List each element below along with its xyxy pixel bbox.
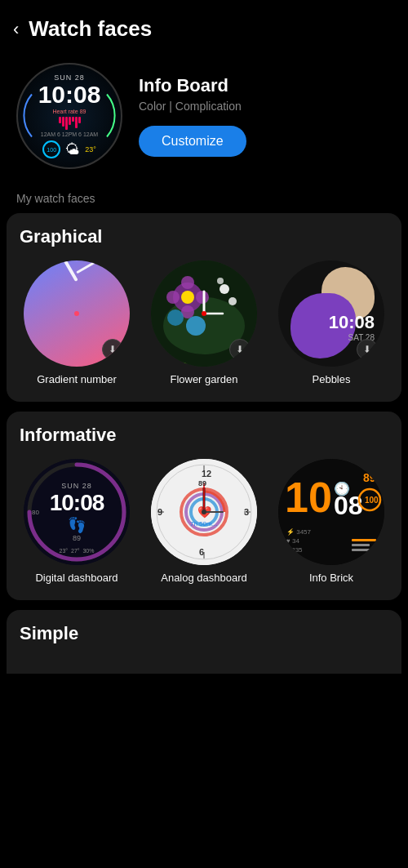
graphical-row: ⬇ Gradient number 🌸🌼🌿: [16, 260, 392, 385]
back-button[interactable]: ‹: [13, 20, 19, 38]
svg-text:12: 12: [202, 469, 211, 479]
svg-point-11: [217, 278, 224, 284]
svg-text:⚡ 3457: ⚡ 3457: [286, 527, 312, 536]
svg-point-7: [186, 316, 206, 336]
watch-item-digital[interactable]: SUN 28 10:08 👣 89 23° 27° 30% 80 Digital…: [16, 459, 137, 584]
svg-text:10: 10: [285, 474, 332, 521]
svg-point-8: [167, 309, 184, 326]
pebbles-thumb[interactable]: 10:08 SAT 28 ⬇: [278, 260, 384, 367]
gradient-download[interactable]: ⬇: [102, 339, 123, 360]
infobrick-label: Info Brick: [309, 572, 353, 584]
svg-text:89: 89: [198, 479, 206, 487]
flower-thumb[interactable]: 🌸🌼🌿: [151, 260, 257, 367]
watch-item-gradient[interactable]: ⬇ Gradient number: [16, 260, 137, 385]
digital-time: 10:08: [50, 490, 104, 516]
customize-button[interactable]: Customize: [139, 126, 246, 157]
watch-item-analog[interactable]: 12 3 6 9 ❤️: [144, 459, 264, 584]
gradient-label: Gradient number: [37, 373, 117, 385]
page-title: Watch faces: [29, 16, 152, 42]
watch-item-infobrick[interactable]: 10 🕙 08 89 100 ⚡ 3457 ♥ 34 ↑ 235: [271, 459, 392, 584]
svg-text:9: 9: [157, 507, 162, 517]
svg-rect-50: [352, 549, 373, 551]
svg-rect-48: [352, 539, 376, 541]
category-graphical: Graphical ⬇ Gradient number 🌸🌼🌿: [7, 213, 401, 402]
svg-point-12: [181, 291, 194, 304]
svg-point-5: [196, 291, 209, 304]
featured-meta: Color | Complication: [139, 100, 392, 113]
featured-watch-hr: Heart rate 89: [53, 109, 86, 114]
svg-point-4: [166, 291, 180, 304]
arc-right: [104, 91, 117, 141]
digital-content: SUN 28 10:08 👣 89: [50, 482, 104, 542]
category-informative: Informative SUN 28 10:08 👣: [7, 412, 401, 600]
flower-download[interactable]: ⬇: [229, 339, 251, 360]
featured-section: SUN 28 10:08 Heart rate 89 12AM 6 12PM 6…: [0, 50, 408, 185]
arc-left: [22, 91, 35, 141]
svg-text:3: 3: [244, 507, 249, 517]
featured-watch-bars: [59, 117, 81, 130]
svg-point-3: [181, 276, 194, 289]
svg-point-15: [202, 311, 206, 316]
pebbles-label: Pebbles: [313, 373, 351, 385]
svg-text:100: 100: [365, 496, 379, 505]
svg-text:6: 6: [199, 547, 204, 557]
digital-date: SUN 28: [50, 482, 104, 490]
featured-watch-thumb[interactable]: SUN 28 10:08 Heart rate 89 12AM 6 12PM 6…: [16, 63, 122, 169]
analog-thumb[interactable]: 12 3 6 9 ❤️: [151, 459, 257, 565]
infobrick-thumb[interactable]: 10 🕙 08 89 100 ⚡ 3457 ♥ 34 ↑ 235: [278, 459, 384, 565]
featured-watch-time: 10:08: [38, 82, 101, 107]
featured-watch-bottom: 100 🌤 23°: [42, 140, 96, 158]
svg-text:↑ 235: ↑ 235: [286, 546, 303, 554]
featured-watch-temp: 23°: [85, 145, 96, 154]
svg-text:7h 50m...: 7h 50m...: [190, 520, 217, 527]
watch-item-flower[interactable]: 🌸🌼🌿: [144, 260, 264, 385]
watch-item-pebbles[interactable]: 10:08 SAT 28 ⬇ Pebbles: [271, 260, 392, 385]
category-simple-title: Simple: [16, 623, 392, 644]
featured-name: Info Board: [139, 75, 392, 96]
flower-label: Flower garden: [170, 373, 237, 385]
category-informative-title: Informative: [16, 425, 392, 446]
svg-point-35: [202, 510, 206, 514]
my-watch-faces-label: My watch faces: [0, 185, 408, 213]
category-simple: Simple: [7, 610, 401, 674]
pebbles-download[interactable]: ⬇: [357, 339, 378, 360]
category-graphical-title: Graphical: [16, 226, 392, 247]
pebbles-time: 10:08: [329, 312, 375, 333]
gradient-thumb[interactable]: ⬇: [24, 260, 130, 367]
analog-label: Analog dashboard: [161, 572, 247, 584]
informative-row: SUN 28 10:08 👣 89 23° 27° 30% 80 Digital…: [16, 459, 392, 584]
svg-text:89: 89: [363, 471, 376, 484]
svg-point-9: [220, 284, 229, 294]
header: ‹ Watch faces: [0, 0, 408, 50]
svg-rect-49: [352, 544, 370, 546]
svg-text:♥ 34: ♥ 34: [286, 537, 299, 545]
svg-point-10: [228, 297, 237, 305]
featured-watch-circle: 100: [42, 140, 60, 158]
svg-text:08: 08: [334, 491, 363, 520]
digital-label: Digital dashboard: [35, 572, 118, 584]
featured-info: Info Board Color | Complication Customiz…: [139, 75, 392, 157]
digital-thumb[interactable]: SUN 28 10:08 👣 89 23° 27° 30% 80: [24, 459, 130, 565]
